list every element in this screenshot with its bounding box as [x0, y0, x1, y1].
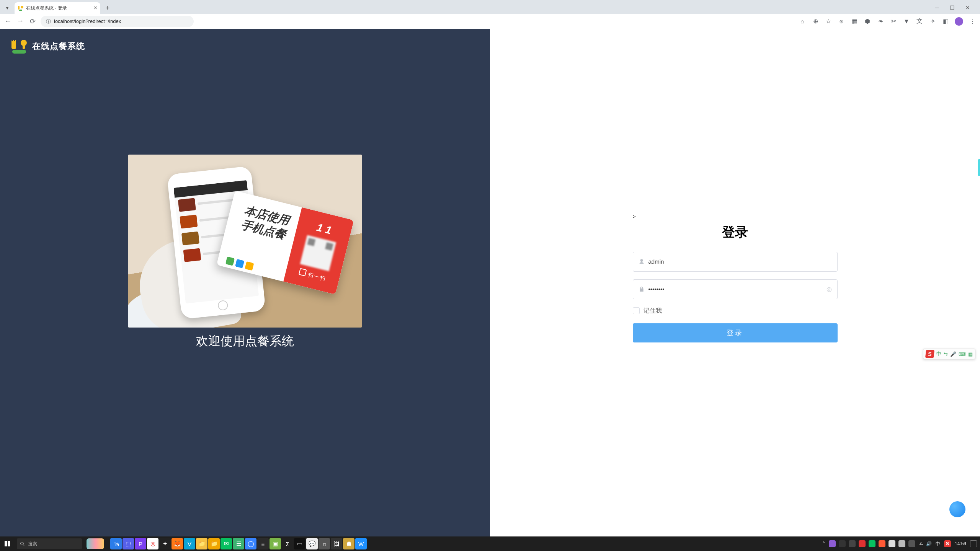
tray-network-icon[interactable]: 🖧 — [918, 541, 923, 546]
checkbox-icon[interactable] — [633, 307, 640, 314]
nav-reload-icon[interactable]: ⟳ — [28, 17, 37, 26]
taskbar-search-placeholder: 搜索 — [28, 541, 37, 547]
login-title: 登录 — [633, 223, 838, 241]
tray-app-9-icon[interactable] — [908, 540, 915, 547]
window-maximize-icon[interactable]: ☐ — [950, 5, 955, 11]
username-input[interactable] — [648, 258, 832, 265]
pinned-app-1-icon[interactable]: 🛍 — [110, 538, 122, 549]
pinned-app-8-icon[interactable]: 📁 — [196, 538, 207, 549]
ime-toolbar[interactable]: S 中 ⇆ 🎤 ⌨ ▦ — [923, 349, 975, 359]
browser-tab[interactable]: 在线点餐系统 - 登录 × — [15, 2, 100, 14]
taskbar-clock[interactable]: 14:59 — [955, 541, 966, 546]
chat-bubble-icon[interactable] — [949, 501, 965, 517]
window-minimize-icon[interactable]: ─ — [935, 5, 939, 11]
pinned-app-11-icon[interactable]: ☰ — [233, 538, 244, 549]
pinned-app-3-icon[interactable]: P — [135, 538, 146, 549]
zoom-icon[interactable]: ⊕ — [812, 18, 819, 25]
window-close-icon[interactable]: ✕ — [965, 5, 970, 11]
ext-translate-icon[interactable]: 文 — [916, 18, 923, 25]
left-hero-panel: 在线点餐系统 本店使用手机点餐 — [0, 29, 490, 536]
ime-mode[interactable]: 中 — [936, 350, 941, 357]
side-panel-icon[interactable]: ◧ — [942, 18, 949, 25]
login-button[interactable]: 登录 — [633, 323, 838, 342]
qr-code-icon — [300, 235, 336, 271]
pinned-app-20-icon[interactable]: ☗ — [343, 538, 354, 549]
tray-volume-icon[interactable]: 🔊 — [926, 541, 932, 546]
windows-taskbar[interactable]: 搜索 🛍 ⬚ P ◎ ✦ 🦊 V 📁 📁 ✉ ☰ ◯ ≡ ▣ Σ ▭ 💬 ⌾ 🖼… — [0, 536, 980, 551]
nav-forward-icon[interactable]: → — [16, 17, 24, 26]
ext-image-icon[interactable]: ▦ — [851, 18, 858, 25]
pinned-app-16-icon[interactable]: ▭ — [294, 538, 305, 549]
pinned-app-6-icon[interactable]: 🦊 — [172, 538, 183, 549]
sogou-logo-icon: S — [925, 350, 934, 358]
stray-glyph: > — [633, 214, 636, 220]
user-icon — [639, 259, 645, 265]
hero-image: 本店使用手机点餐 1 1 扫一扫 — [128, 155, 362, 328]
pinned-app-12-icon[interactable]: ◯ — [245, 538, 256, 549]
ime-mic-icon[interactable]: 🎤 — [950, 351, 956, 357]
address-bar[interactable]: ⓘ localhost/login?redirect=/index — [41, 16, 194, 27]
tabs-dropdown-icon[interactable]: ▾ — [4, 5, 11, 11]
url-text: localhost/login?redirect=/index — [54, 18, 121, 24]
bookmark-star-icon[interactable]: ☆ — [825, 18, 832, 25]
tray-app-3-icon[interactable] — [849, 540, 856, 547]
lock-icon — [639, 286, 645, 292]
pinned-app-14-icon[interactable]: ▣ — [270, 538, 281, 549]
pinned-app-13-icon[interactable]: ≡ — [257, 538, 269, 549]
pinned-app-15-icon[interactable]: Σ — [282, 538, 293, 549]
toggle-password-visibility-icon[interactable]: ◎ — [826, 285, 832, 293]
pinned-app-17-icon[interactable]: 💬 — [306, 538, 318, 549]
ime-switch-icon[interactable]: ⇆ — [944, 351, 948, 357]
ext-camera-icon[interactable]: ⍟ — [838, 18, 845, 25]
pinned-app-19-icon[interactable]: 🖼 — [331, 538, 342, 549]
start-button[interactable] — [0, 536, 15, 551]
pinned-app-9-icon[interactable]: 📁 — [208, 538, 220, 549]
remember-me-label: 记住我 — [644, 307, 662, 315]
nav-back-icon[interactable]: ← — [4, 17, 12, 26]
tab-close-icon[interactable]: × — [94, 5, 97, 11]
password-input[interactable] — [648, 286, 823, 292]
table-number: 1 1 — [315, 221, 333, 236]
tray-app-4-icon[interactable] — [859, 540, 866, 547]
tray-ime-mode[interactable]: 中 — [936, 541, 940, 547]
taskbar-search[interactable]: 搜索 — [17, 538, 82, 549]
site-info-icon[interactable]: ⓘ — [46, 18, 51, 25]
profile-avatar-icon[interactable] — [955, 17, 963, 26]
ext-filter-icon[interactable]: ▼ — [903, 18, 910, 25]
pinned-app-18-icon[interactable]: ⌾ — [318, 538, 330, 549]
favicon-icon — [18, 5, 24, 11]
tray-app-6-icon[interactable] — [879, 540, 885, 547]
tray-sogou-icon[interactable]: S — [944, 540, 951, 547]
pinned-app-10-icon[interactable]: ✉ — [220, 538, 232, 549]
password-field[interactable]: ◎ — [633, 279, 838, 299]
tray-app-8-icon[interactable] — [898, 540, 905, 547]
username-field[interactable] — [633, 252, 838, 272]
hero-caption: 欢迎使用点餐系统 — [128, 333, 362, 350]
ime-keyboard-icon[interactable]: ⌨ — [959, 351, 966, 357]
pinned-app-21-icon[interactable]: W — [355, 538, 367, 549]
right-edge-sliver — [978, 159, 980, 176]
ext-leaf-icon[interactable]: ❧ — [877, 18, 884, 25]
new-tab-button[interactable]: + — [103, 3, 113, 13]
ime-grid-icon[interactable]: ▦ — [968, 351, 973, 357]
notification-center-icon[interactable] — [970, 540, 977, 547]
brand-title: 在线点餐系统 — [32, 41, 85, 52]
ext-clip-icon[interactable]: ✂ — [890, 18, 897, 25]
extensions-puzzle-icon[interactable]: ✧ — [929, 18, 936, 25]
pinned-app-5-icon[interactable]: ✦ — [159, 538, 171, 549]
pinned-app-4-icon[interactable]: ◎ — [147, 538, 158, 549]
chrome-menu-icon[interactable]: ⋮ — [969, 18, 976, 25]
remember-me-checkbox[interactable]: 记住我 — [633, 307, 838, 315]
tray-expand-icon[interactable]: ˄ — [823, 541, 825, 546]
brand-logo-icon — [11, 40, 27, 53]
tray-app-7-icon[interactable] — [889, 540, 895, 547]
ext-adblock-icon[interactable]: ⬢ — [864, 18, 871, 25]
tray-app-1-icon[interactable] — [829, 540, 836, 547]
pinned-app-7-icon[interactable]: V — [184, 538, 195, 549]
tray-app-2-icon[interactable] — [839, 540, 846, 547]
search-icon — [20, 541, 25, 546]
taskbar-widget-icon[interactable] — [87, 538, 104, 549]
pinned-app-2-icon[interactable]: ⬚ — [122, 538, 134, 549]
password-key-icon[interactable]: ⌂ — [799, 18, 806, 25]
tray-app-5-icon[interactable] — [869, 540, 875, 547]
